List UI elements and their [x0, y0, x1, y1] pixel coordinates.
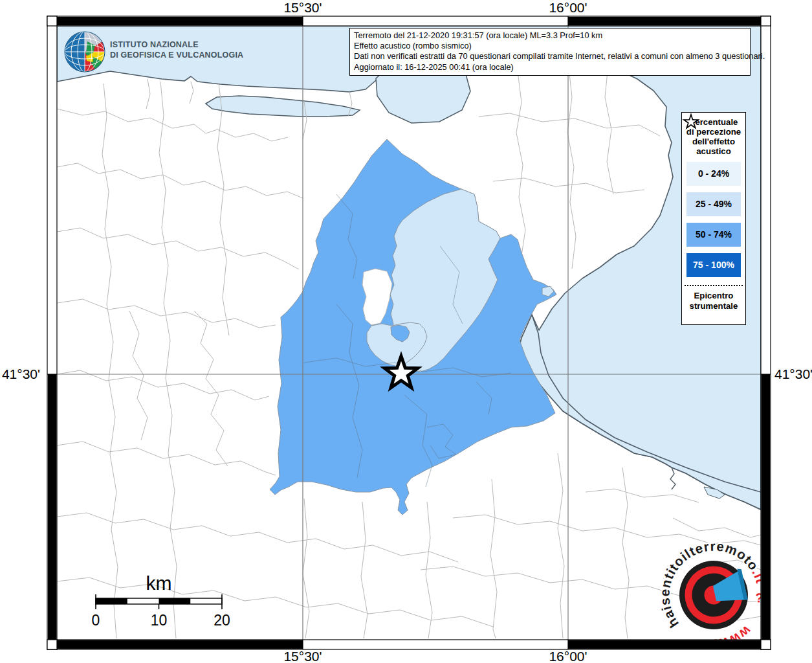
scale-tick-0: 0 — [92, 612, 100, 629]
scale-tick-20: 20 — [214, 612, 230, 629]
info-line-data-source: Dati non verificati estratti da 70 quest… — [354, 51, 746, 62]
ingv-logo-globe — [65, 32, 105, 72]
legend-item-75-100: 75 - 100% — [686, 253, 741, 277]
lon-label-bottom-right: 16°00' — [549, 649, 587, 663]
info-line-updated: Aggiornato il: 16-12-2025 00:41 (ora loc… — [354, 62, 746, 73]
map-canvas: ? haisentitoilterremoto.it www. — [0, 0, 812, 663]
scale-tick-10: 10 — [151, 612, 168, 629]
legend-divider — [685, 285, 743, 286]
lon-label-bottom-left: 15°30' — [283, 649, 322, 663]
lat-label-left: 41°30' — [2, 366, 40, 381]
ingv-wordmark: ISTITUTO NAZIONALE DI GEOFISICA E VULCAN… — [110, 39, 243, 60]
info-line-effect: Effetto acustico (rombo sismico) — [354, 41, 746, 51]
info-line-event: Terremoto del 21-12-2020 19:31:57 (ora l… — [354, 30, 746, 41]
star-icon — [682, 113, 700, 131]
legend-item-0-24: 0 - 24% — [686, 162, 741, 186]
legend-epicenter-label: Epicentro strumentale — [685, 291, 743, 311]
lon-label-top-right: 16°00' — [549, 0, 587, 15]
scale-bar-unit: km — [146, 572, 172, 594]
lat-label-right: 41°30' — [774, 366, 812, 381]
event-info-box: Terremoto del 21-12-2020 19:31:57 (ora l… — [349, 28, 751, 76]
map-figure: ? haisentitoilterremoto.it www. — [0, 0, 812, 663]
ingv-name-line1: ISTITUTO NAZIONALE — [110, 39, 243, 50]
legend-item-50-74: 50 - 74% — [686, 223, 741, 247]
ingv-name-line2: DI GEOFISICA E VULCANOLOGIA — [110, 50, 243, 60]
legend: Percentuale di percezione dell'effetto a… — [681, 112, 746, 325]
legend-item-25-49: 25 - 49% — [686, 192, 741, 216]
lon-label-top-left: 15°30' — [283, 0, 322, 15]
